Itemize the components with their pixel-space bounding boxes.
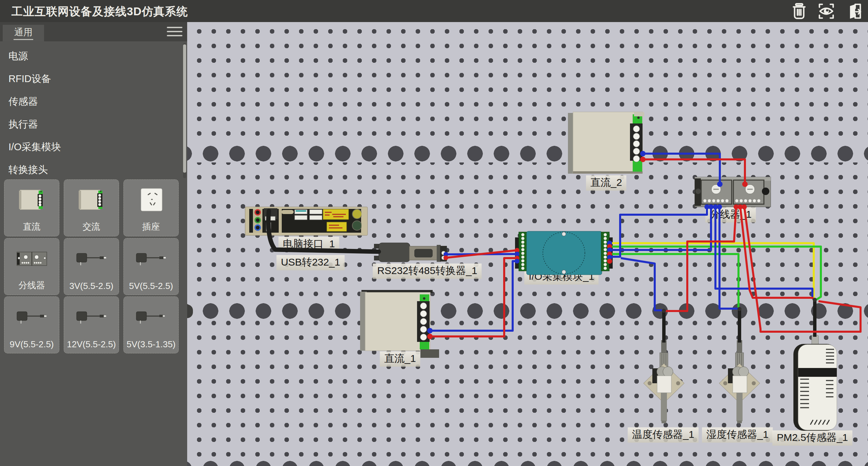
app-title: 工业互联网设备及接线3D仿真系统 — [12, 0, 188, 22]
part-card-label: 交流 — [64, 221, 119, 233]
device-dc-2[interactable] — [568, 112, 644, 174]
psu-icon — [4, 185, 59, 216]
sidebar-item-adapter[interactable]: 转换接头 — [0, 158, 183, 181]
device-io-module-1[interactable] — [515, 231, 613, 275]
part-card-label: 3V(5.5-2.5) — [64, 281, 119, 291]
psu-icon — [64, 185, 119, 216]
sidebar-item-io-module[interactable]: I/O采集模块 — [0, 136, 183, 158]
simulation-viewport[interactable]: 直流_2 分线器_1 电脑接口_1 USB转232_1 RS232转485转换器… — [187, 22, 868, 466]
wire-yellow-io-pm25[interactable] — [610, 243, 815, 300]
part-card-label: 分线器 — [4, 279, 59, 291]
wire-green-io-humidity[interactable] — [610, 254, 739, 309]
part-card-label: 12V(5.5-2.5) — [64, 339, 119, 350]
socket-icon — [124, 185, 178, 216]
adapter-icon — [64, 302, 119, 333]
part-card-9v[interactable]: 9V(5.5-2.5) — [4, 296, 59, 353]
adapter-icon — [4, 302, 59, 333]
device-label: 分线器_1 — [705, 207, 756, 222]
pegboard-strip — [187, 302, 868, 320]
preview-eye-icon[interactable] — [817, 2, 835, 20]
device-label: 湿度传感器_1 — [702, 427, 773, 443]
adapter-icon — [124, 302, 178, 333]
sidebar-item-rfid[interactable]: RFID设备 — [0, 67, 183, 90]
part-card-3v[interactable]: 3V(5.5-2.5) — [64, 238, 119, 295]
adapter-icon — [64, 243, 119, 274]
parts-sidebar: 通用 电源 RFID设备 传感器 执行器 I/O采集模块 转换接头 — [0, 22, 187, 466]
part-card-label: 插座 — [124, 221, 178, 233]
part-card-dc[interactable]: 直流 — [4, 179, 59, 236]
device-dc-1[interactable] — [360, 290, 439, 358]
pegboard-strip — [187, 145, 868, 162]
part-card-5v[interactable]: 5V(5.5-2.5) — [123, 238, 179, 295]
device-label: 直流_2 — [586, 175, 626, 191]
wire-red-dc2-splitter[interactable] — [643, 159, 745, 183]
sidebar-item-actuator[interactable]: 执行器 — [0, 113, 183, 136]
device-humidity-sensor-1[interactable] — [719, 340, 760, 423]
part-card-label: 直流 — [4, 221, 59, 233]
device-splitter-1[interactable] — [695, 177, 771, 207]
wire-blue-splitter-io5[interactable] — [610, 206, 707, 257]
wire-blue-converter-io[interactable] — [446, 254, 516, 254]
adapter-icon — [124, 243, 178, 274]
device-temp-sensor-1[interactable] — [644, 340, 684, 423]
category-list: 电源 RFID设备 传感器 执行器 I/O采集模块 转换接头 — [0, 41, 183, 181]
device-label: USB转232_1 — [276, 255, 344, 270]
wire-blue-splitter-io3[interactable] — [610, 206, 711, 250]
device-label: 温度传感器_1 — [628, 427, 698, 443]
device-label: I/O采集模块_1 — [524, 269, 598, 285]
part-card-12v[interactable]: 12V(5.5-2.5) — [64, 296, 119, 353]
sidebar-scrollbar-thumb[interactable] — [183, 44, 186, 173]
tab-general[interactable]: 通用 — [3, 25, 44, 41]
menu-icon[interactable] — [167, 27, 182, 37]
device-label: 电脑接口_1 — [278, 237, 339, 252]
part-card-ac[interactable]: 交流 — [64, 179, 119, 236]
part-card-5v-135[interactable]: 5V(3.5-1.35) — [123, 296, 179, 353]
sidebar-item-sensor[interactable]: 传感器 — [0, 90, 183, 113]
device-label: RS232转485转换器_1 — [373, 264, 481, 279]
pegboard-strip — [187, 460, 868, 466]
part-card-label: 9V(5.5-2.5) — [4, 339, 59, 350]
sidebar-tab-row: 通用 — [0, 22, 187, 41]
part-card-splitter[interactable]: 分线器 — [4, 238, 59, 295]
device-pc-interface-1[interactable] — [245, 207, 368, 235]
device-pm25-sensor-1[interactable] — [793, 335, 837, 431]
device-rs232-to-485-1[interactable] — [374, 243, 447, 262]
device-label: 直流_1 — [380, 351, 420, 367]
device-label: PM2.5传感器_1 — [772, 430, 852, 446]
part-card-label: 5V(5.5-2.5) — [124, 281, 178, 291]
exit-icon[interactable] — [844, 2, 863, 20]
top-bar: 工业互联网设备及接线3D仿真系统 — [0, 0, 868, 22]
wire-red-converter-io[interactable] — [446, 250, 516, 258]
splitter-icon — [4, 243, 59, 274]
sidebar-item-power[interactable]: 电源 — [0, 45, 183, 67]
part-card-socket[interactable]: 插座 — [123, 179, 179, 236]
trash-icon[interactable] — [790, 2, 808, 20]
part-card-label: 5V(3.5-1.35) — [124, 339, 178, 350]
wire-green-io-pm25[interactable] — [610, 247, 821, 300]
